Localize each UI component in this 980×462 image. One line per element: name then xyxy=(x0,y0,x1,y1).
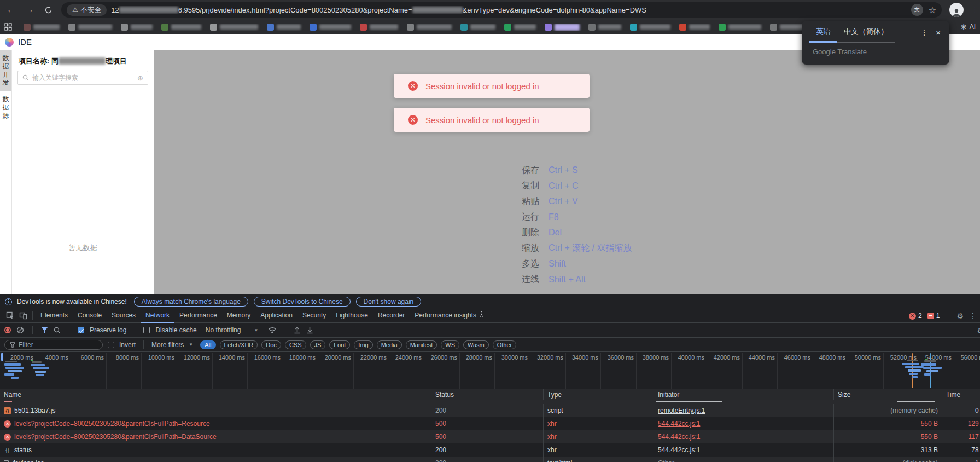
address-bar[interactable]: ⚠ 不安全 126:9595/prjdevide/index.html?proj… xyxy=(61,2,942,18)
translate-close-icon[interactable]: × xyxy=(932,28,942,42)
bookmark-item[interactable] xyxy=(310,24,351,31)
tab-network[interactable]: Network xyxy=(141,309,174,323)
clear-network-log-icon[interactable] xyxy=(16,326,24,334)
bookmark-item[interactable] xyxy=(545,24,580,31)
column-header-type[interactable]: Type xyxy=(543,389,654,400)
tab-lighthouse[interactable]: Lighthouse xyxy=(331,309,373,323)
invert-checkbox[interactable] xyxy=(108,342,114,348)
bookmark-item[interactable] xyxy=(360,24,398,31)
initiator-link[interactable]: 544.442cc.js:1 xyxy=(658,433,700,441)
network-conditions-icon[interactable] xyxy=(268,327,277,334)
bookmark-item[interactable] xyxy=(161,24,201,31)
network-request-row[interactable]: favicon.ico200text/htmlOther(disk cache)… xyxy=(0,457,980,462)
bookmark-item[interactable] xyxy=(24,24,60,31)
export-har-icon[interactable] xyxy=(306,326,313,334)
bookmark-item[interactable] xyxy=(630,24,670,31)
translate-menu-icon[interactable]: ⋮ xyxy=(916,28,932,41)
filter-chip-font[interactable]: Font xyxy=(329,340,350,349)
filter-input[interactable]: Filter xyxy=(4,340,103,350)
tab-sources[interactable]: Sources xyxy=(107,309,141,323)
back-icon[interactable]: ← xyxy=(5,5,16,15)
keyword-search-input[interactable]: 输入关键字搜索 ⊕ xyxy=(18,71,148,85)
issues-badge[interactable]: 1 xyxy=(928,312,940,320)
sidebar-item-0[interactable]: 数 据 开 发 xyxy=(0,50,11,91)
translate-icon[interactable]: 文 xyxy=(911,4,923,16)
tab-application[interactable]: Application xyxy=(255,309,298,323)
chevron-down-icon[interactable]: ▼ xyxy=(254,328,258,333)
tab-console[interactable]: Console xyxy=(73,309,107,323)
devtools-settings-icon[interactable]: ⚙ xyxy=(956,311,964,320)
devtools-menu-icon[interactable]: ⋮ xyxy=(969,311,977,320)
filter-chip-wasm[interactable]: Wasm xyxy=(463,340,489,349)
dont-show-again-button[interactable]: Don't show again xyxy=(356,297,422,307)
tab-elements[interactable]: Elements xyxy=(36,309,73,323)
bookmark-item[interactable] xyxy=(121,24,153,31)
tab-performance-insights[interactable]: Performance insights xyxy=(410,309,489,323)
preserve-log-label[interactable]: Preserve log xyxy=(90,326,126,334)
filter-chip-css[interactable]: CSS xyxy=(285,340,306,349)
initiator-link[interactable]: 544.442cc.js:1 xyxy=(658,420,700,428)
bookmark-item[interactable] xyxy=(407,24,452,31)
import-har-icon[interactable] xyxy=(294,326,301,334)
profile-avatar[interactable] xyxy=(949,3,964,17)
record-network-log-icon[interactable] xyxy=(4,327,11,333)
filter-chip-fetch-xhr[interactable]: Fetch/XHR xyxy=(220,340,258,349)
network-request-row[interactable]: ✕levels?projectCode=8002502305280&parent… xyxy=(0,417,980,430)
filter-chip-ws[interactable]: WS xyxy=(441,340,459,349)
switch-chinese-button[interactable]: Switch DevTools to Chinese xyxy=(254,297,351,307)
request-name-cell[interactable]: favicon.ico xyxy=(0,457,431,462)
bookmark-item[interactable] xyxy=(267,24,301,31)
apps-grid-icon[interactable] xyxy=(4,23,12,31)
disable-cache-label[interactable]: Disable cache xyxy=(155,326,196,334)
sidebar-item-1[interactable]: 数 据 源 xyxy=(0,91,11,124)
filter-chip-js[interactable]: JS xyxy=(310,340,326,349)
bookmark-item[interactable] xyxy=(719,24,761,31)
network-request-row[interactable]: {}status200xhr544.442cc.js:1313 B78 ms xyxy=(0,443,980,457)
filter-chip-media[interactable]: Media xyxy=(377,340,402,349)
preserve-log-checkbox[interactable] xyxy=(78,327,84,333)
ide-canvas[interactable]: ✕Session invalid or not logged in✕Sessio… xyxy=(154,50,980,294)
chevron-down-icon[interactable]: ▼ xyxy=(189,342,193,347)
reload-icon[interactable] xyxy=(43,6,54,14)
disable-cache-checkbox[interactable] xyxy=(143,327,150,333)
tab-performance[interactable]: Performance xyxy=(174,309,222,323)
browser-menu-icon[interactable]: ⋮ xyxy=(971,5,975,15)
request-name-cell[interactable]: {}status xyxy=(0,443,431,457)
bookmark-item[interactable] xyxy=(588,24,621,31)
filter-chip-other[interactable]: Other xyxy=(493,340,517,349)
console-error-badge[interactable]: ✕ 2 xyxy=(909,312,922,320)
tab-memory[interactable]: Memory xyxy=(222,309,255,323)
bookmark-item[interactable] xyxy=(504,24,536,31)
request-name-cell[interactable]: ✕levels?projectCode=8002502305280&parent… xyxy=(0,430,431,443)
device-toolbar-icon[interactable] xyxy=(16,310,30,322)
bookmark-item[interactable] xyxy=(679,24,710,31)
bookmark-item-ai[interactable]: ❋ AI xyxy=(961,23,976,31)
column-header-name[interactable]: Name xyxy=(0,389,431,400)
filter-toggle-icon[interactable] xyxy=(41,327,48,333)
throttling-select[interactable]: No throttling xyxy=(206,326,241,334)
column-header-time[interactable]: Time xyxy=(942,389,980,400)
initiator-link[interactable]: 544.442cc.js:1 xyxy=(658,446,700,454)
request-name-cell[interactable]: ✕levels?projectCode=8002502305280&parent… xyxy=(0,417,431,430)
invert-label[interactable]: Invert xyxy=(119,341,136,349)
request-name-cell[interactable]: {}5501.13ba7.js xyxy=(0,404,431,417)
search-network-icon[interactable] xyxy=(54,327,61,334)
filter-chip-doc[interactable]: Doc xyxy=(261,340,281,349)
bookmark-star-icon[interactable]: ☆ xyxy=(929,5,936,15)
tab-security[interactable]: Security xyxy=(298,309,331,323)
network-request-row[interactable]: {}5501.13ba7.js200scriptremoteEntry.js:1… xyxy=(0,404,980,417)
bookmark-item[interactable] xyxy=(210,24,258,31)
match-language-button[interactable]: Always match Chrome's language xyxy=(134,297,248,307)
filter-chip-img[interactable]: Img xyxy=(354,340,372,349)
forward-icon[interactable]: → xyxy=(24,5,35,15)
security-chip[interactable]: ⚠ 不安全 xyxy=(67,4,107,16)
filter-chip-all[interactable]: All xyxy=(200,340,215,349)
bookmark-item[interactable] xyxy=(68,24,112,31)
column-header-initiator[interactable]: Initiator xyxy=(654,389,833,400)
tab-recorder[interactable]: Recorder xyxy=(373,309,410,323)
inspect-element-icon[interactable] xyxy=(3,310,16,322)
initiator-link[interactable]: remoteEntry.js:1 xyxy=(658,407,705,414)
more-filters-button[interactable]: More filters xyxy=(151,341,184,349)
bookmark-item[interactable] xyxy=(460,24,495,31)
network-overview-timeline[interactable]: 2000 ms4000 ms6000 ms8000 ms10000 ms1200… xyxy=(0,352,980,389)
